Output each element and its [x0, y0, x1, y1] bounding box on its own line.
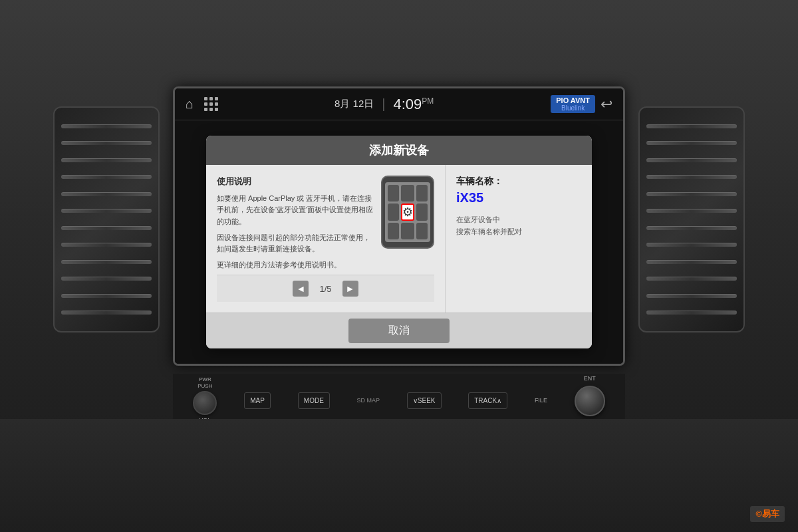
sd-map-label: SD MAP: [357, 397, 380, 404]
vent-slat: [61, 192, 152, 196]
page-total: 5: [327, 284, 331, 294]
vent-slat: [646, 192, 737, 196]
vent-slat: [61, 277, 152, 281]
phone-app-4: [388, 203, 399, 221]
modal-left-panel: ⚙ 使用说明 如要使用 Apple CarPlay 或 蓝牙手机，请在连接手机前…: [206, 165, 446, 313]
phone-app-6: [416, 203, 428, 221]
vent-slat: [61, 209, 152, 213]
topbar-left: ⌂: [186, 96, 217, 112]
vehicle-name-label: 车辆名称：: [456, 176, 581, 188]
pwr-label: PWRPUSH: [198, 376, 212, 389]
modal-title: 添加新设备: [206, 136, 592, 165]
topbar-right: PIO AVNT Bluelink ↩: [551, 95, 612, 113]
vent-slat: [61, 158, 152, 162]
vent-slat: [61, 175, 152, 179]
vent-slat: [61, 260, 152, 264]
topbar-center: 8月 12日 | 4:09PM: [334, 96, 434, 113]
time-value: 4:09: [393, 96, 422, 112]
vent-slat: [61, 141, 152, 145]
ent-label: ENT: [584, 375, 596, 382]
track-button[interactable]: TRACK∧: [468, 392, 507, 409]
vent-slat: [646, 158, 737, 162]
page-indicator: 1/5: [319, 284, 331, 294]
vent-slat: [646, 175, 737, 179]
map-control[interactable]: MAP: [244, 392, 271, 409]
bottom-deck: [0, 419, 798, 532]
file-label: FILE: [535, 397, 547, 404]
phone-screen: ⚙: [385, 182, 430, 242]
gear-icon: ⚙: [402, 205, 413, 219]
phone-app-3: [416, 185, 428, 201]
seek-control[interactable]: ∨SEEK: [407, 392, 442, 409]
watermark-icon: ©: [755, 509, 762, 519]
phone-app-8: [401, 223, 414, 239]
divider: |: [382, 96, 385, 112]
page-current: 1: [319, 284, 324, 294]
screen-main: 添加新设备 ⚙: [175, 120, 623, 364]
watermark: ©易车: [750, 506, 785, 522]
right-air-vent: [638, 106, 745, 332]
mode-button[interactable]: MODE: [298, 392, 330, 409]
vent-slat: [646, 141, 737, 145]
screen-topbar: ⌂ 8月 12日 | 4:09PM PIO AVNT Bluelink ↩: [175, 88, 623, 120]
modal-overlay: 添加新设备 ⚙: [175, 120, 623, 364]
vol-knob[interactable]: [193, 391, 217, 415]
vent-slat: [61, 243, 152, 247]
prev-page-button[interactable]: ◄: [293, 281, 309, 297]
instruction-text-3: 更详细的使用方法请参考使用说明书。: [217, 259, 434, 271]
phone-app-1: [388, 185, 399, 201]
vehicle-name-value: iX35: [456, 190, 581, 205]
modal-pagination: ◄ 1/5 ►: [217, 275, 434, 302]
phone-app-settings: ⚙: [401, 203, 414, 221]
mode-control[interactable]: MODE: [298, 392, 330, 409]
bluetooth-instruction: 在蓝牙设备中 搜索车辆名称并配对: [456, 213, 581, 238]
vent-slat: [646, 209, 737, 213]
phone-mockup: ⚙: [381, 176, 434, 249]
phone-app-2: [401, 185, 414, 201]
pio-line1: PIO AVNT: [556, 96, 590, 104]
vent-slat: [646, 243, 737, 247]
vent-slat: [646, 124, 737, 128]
phone-app-7: [388, 223, 399, 239]
add-device-dialog: 添加新设备 ⚙: [206, 136, 592, 349]
time-display: 4:09PM: [393, 96, 434, 113]
seek-button[interactable]: ∨SEEK: [407, 392, 442, 409]
vent-slat: [646, 226, 737, 230]
vent-slat: [61, 124, 152, 128]
vent-slat: [646, 277, 737, 281]
vent-slat: [646, 260, 737, 264]
pwr-vol-control[interactable]: PWRPUSH VOL: [193, 376, 217, 424]
tune-knob[interactable]: [575, 386, 605, 416]
pio-line2: Bluelink: [556, 104, 590, 112]
phone-app-9: [416, 223, 428, 239]
home-icon[interactable]: ⌂: [186, 96, 194, 112]
date-display: 8月 12日: [334, 98, 374, 110]
modal-body: ⚙ 使用说明 如要使用 Apple CarPlay 或 蓝牙手机，请在连接手机前…: [206, 165, 592, 313]
watermark-brand: 易车: [762, 509, 779, 519]
sd-map-slot: SD MAP: [357, 397, 380, 404]
vent-slat: [61, 294, 152, 298]
file-control: FILE: [535, 397, 547, 404]
modal-cancel-bar: 取消: [206, 313, 592, 348]
vent-slat: [61, 226, 152, 230]
back-button[interactable]: ↩: [600, 96, 612, 113]
vent-slat: [646, 294, 737, 298]
modal-right-panel: 车辆名称： iX35 在蓝牙设备中 搜索车辆名称并配对: [446, 165, 592, 313]
map-button[interactable]: MAP: [244, 392, 271, 409]
cancel-button[interactable]: 取消: [348, 319, 450, 343]
left-air-vent: [53, 106, 160, 332]
menu-grid-icon[interactable]: [204, 97, 217, 111]
vent-slat: [646, 311, 737, 315]
next-page-button[interactable]: ►: [342, 281, 358, 297]
ent-tune-control[interactable]: ENT TUNE: [575, 375, 605, 426]
track-control[interactable]: TRACK∧: [468, 392, 507, 409]
pio-badge: PIO AVNT Bluelink: [551, 95, 595, 113]
time-suffix: PM: [422, 96, 434, 105]
vent-slat: [61, 311, 152, 315]
infotainment-screen: ⌂ 8月 12日 | 4:09PM PIO AVNT Bluelink ↩: [173, 86, 625, 366]
